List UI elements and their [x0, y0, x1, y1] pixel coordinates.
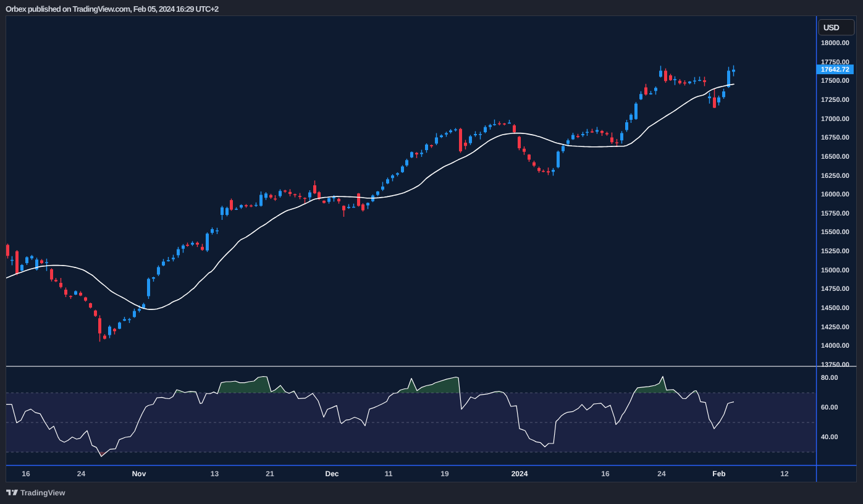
svg-text:TradingView: TradingView [20, 489, 65, 497]
svg-text:13750.00: 13750.00 [821, 361, 849, 369]
svg-text:16500.00: 16500.00 [821, 153, 849, 161]
svg-text:14000.00: 14000.00 [821, 342, 849, 350]
svg-text:14500.00: 14500.00 [821, 304, 849, 312]
svg-text:24: 24 [657, 469, 666, 478]
svg-text:60.00: 60.00 [821, 404, 838, 411]
svg-text:15750.00: 15750.00 [821, 210, 849, 217]
svg-text:16250.00: 16250.00 [821, 172, 849, 180]
svg-text:Dec: Dec [325, 469, 339, 478]
svg-text:17250.00: 17250.00 [821, 96, 849, 104]
svg-text:18000.00: 18000.00 [821, 40, 849, 47]
svg-text:15000.00: 15000.00 [821, 267, 849, 274]
svg-text:11: 11 [385, 469, 393, 478]
svg-text:Nov: Nov [132, 469, 146, 478]
svg-text:16000.00: 16000.00 [821, 191, 849, 198]
svg-text:16750.00: 16750.00 [821, 134, 849, 141]
svg-text:Orbex published on TradingView: Orbex published on TradingView.com, Feb … [6, 4, 219, 14]
svg-text:Feb: Feb [712, 469, 725, 478]
svg-text:19: 19 [440, 469, 449, 478]
svg-text:15500.00: 15500.00 [821, 229, 849, 236]
svg-text:13: 13 [211, 469, 219, 478]
svg-text:17500.00: 17500.00 [821, 77, 849, 85]
svg-text:21: 21 [266, 469, 274, 478]
svg-text:17642.72: 17642.72 [821, 66, 849, 74]
svg-text:2024: 2024 [511, 469, 528, 478]
svg-text:80.00: 80.00 [821, 374, 838, 382]
svg-text:12: 12 [780, 469, 789, 478]
svg-text:40.00: 40.00 [821, 434, 838, 441]
svg-text:17000.00: 17000.00 [821, 116, 849, 123]
svg-text:USD: USD [823, 23, 839, 32]
svg-text:24: 24 [77, 469, 86, 478]
svg-text:15250.00: 15250.00 [821, 248, 849, 255]
svg-text:16: 16 [601, 469, 610, 478]
svg-text:14750.00: 14750.00 [821, 285, 849, 293]
svg-text:14250.00: 14250.00 [821, 324, 849, 331]
svg-text:16: 16 [22, 469, 30, 478]
